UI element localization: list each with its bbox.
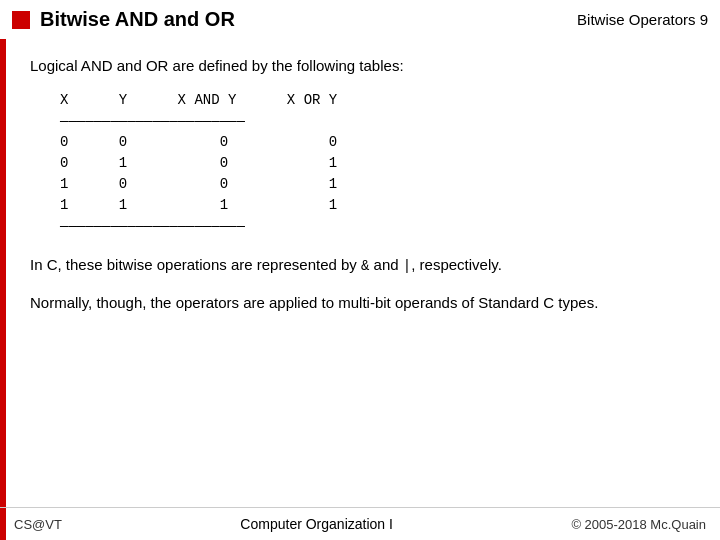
paragraph-1: In C, these bitwise operations are repre… <box>30 253 690 277</box>
footer-right: © 2005-2018 Mc.Quain <box>571 517 706 532</box>
truth-table: X Y X AND Y X OR Y —————————————————————… <box>60 90 690 237</box>
slide-footer: CS@VT Computer Organization I © 2005-201… <box>0 507 720 540</box>
content-area: Logical AND and OR are defined by the fo… <box>0 39 720 507</box>
main-content: Bitwise AND and OR Bitwise Operators 9 L… <box>0 0 720 540</box>
para1-prefix: In C, these bitwise operations are repre… <box>30 256 361 273</box>
footer-center: Computer Organization I <box>240 516 393 532</box>
red-square-icon <box>12 11 30 29</box>
slide-header: Bitwise AND and OR Bitwise Operators 9 <box>0 0 720 39</box>
para1-pipe: | <box>403 258 411 274</box>
truth-table-section: X Y X AND Y X OR Y —————————————————————… <box>60 90 690 237</box>
para1-middle: and <box>369 256 402 273</box>
page-container: Bitwise AND and OR Bitwise Operators 9 L… <box>0 0 720 540</box>
table-header-row: X Y X AND Y X OR Y —————————————————————… <box>60 92 337 234</box>
paragraph-2: Normally, though, the operators are appl… <box>30 291 690 315</box>
slide-title: Bitwise AND and OR <box>40 8 577 31</box>
footer-left: CS@VT <box>14 517 62 532</box>
para1-suffix: , respectively. <box>411 256 502 273</box>
subtitle-text: Logical AND and OR are defined by the fo… <box>30 57 690 74</box>
slide-info: Bitwise Operators 9 <box>577 11 708 28</box>
